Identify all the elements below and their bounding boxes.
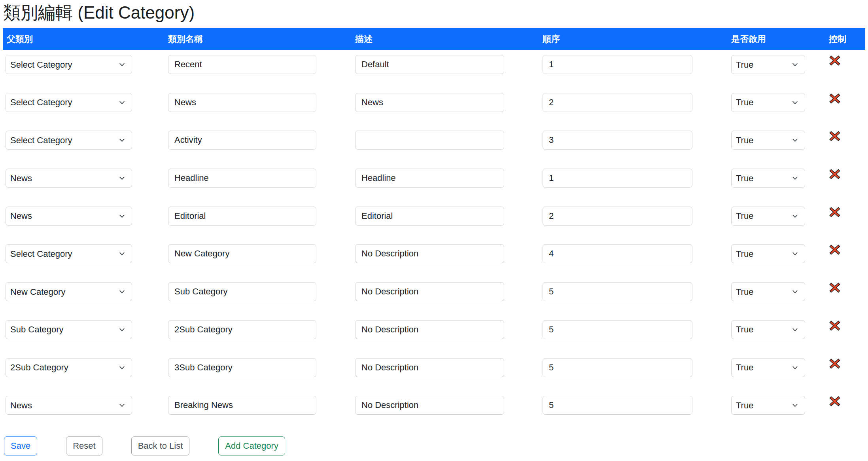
delete-row-button[interactable]: [829, 93, 840, 104]
category-name-input[interactable]: [168, 93, 316, 112]
category-name-input[interactable]: [168, 358, 316, 377]
parent-category-cell: Select Category: [3, 93, 165, 112]
back-to-list-button[interactable]: Back to List: [131, 436, 190, 455]
delete-x-icon: [829, 131, 840, 141]
table-body: Select Category True: [3, 50, 865, 429]
delete-row-button[interactable]: [829, 396, 840, 406]
category-name-input[interactable]: [168, 396, 316, 415]
category-name-cell: [165, 93, 352, 112]
reset-button[interactable]: Reset: [66, 436, 102, 455]
description-input[interactable]: [355, 93, 504, 112]
delete-x-icon: [829, 55, 840, 66]
enabled-cell: True: [728, 244, 826, 263]
enabled-select[interactable]: True: [731, 55, 805, 74]
delete-row-button[interactable]: [829, 283, 840, 293]
enabled-select[interactable]: True: [731, 282, 805, 301]
category-name-input[interactable]: [168, 131, 316, 150]
order-input[interactable]: [543, 358, 692, 377]
description-input[interactable]: [355, 55, 504, 74]
category-name-cell: [165, 282, 352, 301]
column-header-control: 控制: [826, 33, 865, 45]
order-cell: [540, 131, 728, 150]
description-cell: [352, 207, 540, 226]
description-cell: [352, 169, 540, 188]
category-name-input[interactable]: [168, 320, 316, 339]
order-input[interactable]: [543, 131, 692, 150]
table-row: Sub Category True: [3, 315, 865, 353]
delete-row-button[interactable]: [829, 359, 840, 369]
delete-row-button[interactable]: [829, 207, 840, 217]
category-name-input[interactable]: [168, 207, 316, 226]
enabled-select[interactable]: True: [731, 169, 805, 188]
enabled-select[interactable]: True: [731, 244, 805, 263]
parent-category-select[interactable]: Select Category: [6, 244, 132, 263]
order-input[interactable]: [543, 93, 692, 112]
enabled-select[interactable]: True: [731, 131, 805, 150]
parent-category-select[interactable]: Select Category: [6, 131, 132, 150]
order-input[interactable]: [543, 282, 692, 301]
delete-row-button[interactable]: [829, 245, 840, 255]
parent-category-select[interactable]: 2Sub Category: [6, 358, 132, 377]
order-input[interactable]: [543, 207, 692, 226]
order-input[interactable]: [543, 244, 692, 263]
delete-x-icon: [829, 207, 840, 217]
delete-row-button[interactable]: [829, 55, 840, 66]
delete-x-icon: [829, 169, 840, 179]
description-cell: [352, 131, 540, 150]
category-name-input[interactable]: [168, 282, 316, 301]
column-header-parent-category: 父類別: [3, 33, 165, 45]
delete-row-button[interactable]: [829, 131, 840, 141]
category-name-input[interactable]: [168, 55, 316, 74]
description-input[interactable]: [355, 169, 504, 188]
control-cell: [826, 282, 865, 294]
parent-category-cell: News: [3, 207, 165, 226]
category-name-cell: [165, 320, 352, 339]
description-input[interactable]: [355, 282, 504, 301]
order-cell: [540, 55, 728, 74]
description-input[interactable]: [355, 396, 504, 415]
description-input[interactable]: [355, 207, 504, 226]
order-input[interactable]: [543, 396, 692, 415]
description-input[interactable]: [355, 358, 504, 377]
description-input[interactable]: [355, 131, 504, 150]
column-header-category-name: 類別名稱: [165, 33, 352, 45]
save-button[interactable]: Save: [4, 436, 37, 455]
description-cell: [352, 244, 540, 263]
description-cell: [352, 320, 540, 339]
column-header-description: 描述: [352, 33, 540, 45]
table-row: Select Category True: [3, 239, 865, 277]
control-cell: [826, 358, 865, 370]
parent-category-cell: New Category: [3, 282, 165, 301]
enabled-select[interactable]: True: [731, 320, 805, 339]
delete-row-button[interactable]: [829, 169, 840, 179]
enabled-select[interactable]: True: [731, 207, 805, 226]
enabled-select[interactable]: True: [731, 358, 805, 377]
parent-category-select[interactable]: New Category: [6, 282, 132, 301]
category-name-input[interactable]: [168, 169, 316, 188]
parent-category-select[interactable]: Select Category: [6, 93, 132, 112]
delete-row-button[interactable]: [829, 321, 840, 331]
parent-category-select[interactable]: News: [6, 169, 132, 188]
description-input[interactable]: [355, 244, 504, 263]
description-input[interactable]: [355, 320, 504, 339]
enabled-select[interactable]: True: [731, 93, 805, 112]
control-cell: [826, 244, 865, 256]
add-category-button[interactable]: Add Category: [218, 436, 285, 455]
category-name-cell: [165, 358, 352, 377]
enabled-select[interactable]: True: [731, 396, 805, 415]
delete-x-icon: [829, 359, 840, 369]
parent-category-select[interactable]: News: [6, 207, 132, 226]
category-name-input[interactable]: [168, 244, 316, 263]
parent-category-select[interactable]: News: [6, 396, 132, 415]
parent-category-select[interactable]: Sub Category: [6, 320, 132, 339]
order-input[interactable]: [543, 55, 692, 74]
control-cell: [826, 131, 865, 143]
category-name-cell: [165, 244, 352, 263]
order-input[interactable]: [543, 169, 692, 188]
order-cell: [540, 396, 728, 415]
description-cell: [352, 396, 540, 415]
parent-category-cell: News: [3, 396, 165, 415]
category-name-cell: [165, 396, 352, 415]
parent-category-select[interactable]: Select Category: [6, 55, 132, 74]
order-input[interactable]: [543, 320, 692, 339]
